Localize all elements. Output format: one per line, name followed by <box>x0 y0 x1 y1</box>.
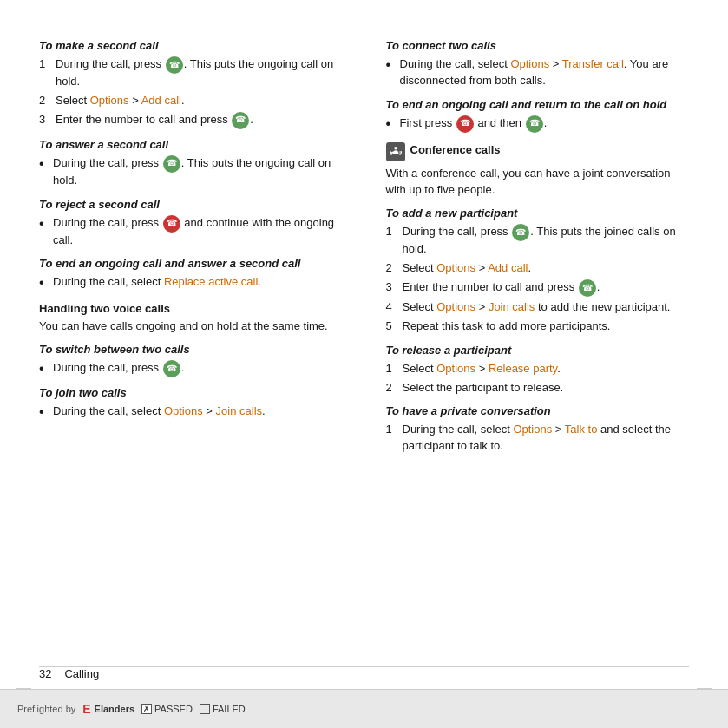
green-phone-icon: ☎ <box>579 279 596 297</box>
step-num: 1 <box>386 361 398 377</box>
step-1: 1 During the call, press ☎. This puts th… <box>386 224 690 258</box>
failed-label: FAILED <box>213 704 246 714</box>
step-num: 3 <box>39 112 51 129</box>
bullet-symbol: • <box>386 56 395 89</box>
bullet-symbol: • <box>39 155 48 189</box>
step-1: 1 During the call, select Options > Talk… <box>386 422 690 455</box>
step-num: 1 <box>386 224 398 258</box>
bullet-symbol: • <box>39 274 48 291</box>
step-num: 4 <box>386 299 398 316</box>
section-title-add-participant: To add a new participant <box>386 207 690 220</box>
bullet-item: • During the call, select Options > Join… <box>39 403 343 420</box>
options-link: Options <box>513 423 552 436</box>
bullet-item: • First press ☎ and then ☎. <box>386 115 690 133</box>
end-return-bullets: • First press ☎ and then ☎. <box>386 115 690 133</box>
green-phone-icon: ☎ <box>512 224 529 241</box>
add-call-link: Add call <box>141 94 181 107</box>
passed-label: PASSED <box>154 704 193 714</box>
passed-checkbox-box: ✗ <box>141 704 152 714</box>
bullet-item: • During the call, press ☎ and continue … <box>39 215 343 249</box>
bullet-text: During the call, select Options > Transf… <box>400 56 690 89</box>
bullet-text: First press ☎ and then ☎. <box>400 115 548 133</box>
content-area: To make a second call 1 During the call,… <box>39 39 689 667</box>
red-phone-icon: ☎ <box>456 115 474 133</box>
options-link: Options <box>436 261 475 274</box>
step-text: Select Options > Add call. <box>56 93 185 109</box>
step-2: 2 Select Options > Add call. <box>39 93 343 109</box>
add-participant-steps: 1 During the call, press ☎. This puts th… <box>386 224 690 334</box>
step-1: 1 Select Options > Release party. <box>386 361 690 377</box>
step-num: 2 <box>386 260 398 277</box>
options-link: Options <box>164 404 203 417</box>
left-column: To make a second call 1 During the call,… <box>39 39 351 667</box>
step-text: During the call, press ☎. This puts the … <box>56 56 343 90</box>
reject-second-bullets: • During the call, press ☎ and continue … <box>39 215 343 249</box>
green-phone-icon: ☎ <box>232 112 249 129</box>
step-text: Repeat this task to add more participant… <box>403 318 611 335</box>
join-calls-link: Join calls <box>216 404 262 417</box>
options-link: Options <box>436 300 475 313</box>
section-title-make-second-call: To make a second call <box>39 39 343 52</box>
conference-heading: Conference calls <box>410 143 501 156</box>
green-phone-icon: ☎ <box>526 115 543 133</box>
talk-to-link: Talk to <box>565 423 598 436</box>
section-title-end-answer: To end an ongoing call and answer a seco… <box>39 257 343 270</box>
green-phone-icon: ☎ <box>166 56 183 74</box>
step-num: 1 <box>386 422 398 455</box>
options-link: Options <box>510 57 549 70</box>
elanders-e-icon: E <box>82 702 90 716</box>
step-text: Select Options > Join calls to add the n… <box>403 299 671 316</box>
step-text: Select the participant to release. <box>403 380 564 397</box>
conference-header: Conference calls <box>386 141 690 161</box>
switch-bullets: • During the call, press ☎. <box>39 360 343 377</box>
bullet-symbol: • <box>39 215 48 249</box>
step-text: Select Options > Release party. <box>403 361 561 377</box>
section-title-reject-second: To reject a second call <box>39 198 343 211</box>
failed-checkbox: FAILED <box>200 704 246 714</box>
private-steps: 1 During the call, select Options > Talk… <box>386 422 690 455</box>
preflight-text: Preflighted by <box>17 704 75 714</box>
page-number-area: 32 Calling <box>39 667 99 680</box>
make-second-call-steps: 1 During the call, press ☎. This puts th… <box>39 56 343 129</box>
green-phone-icon: ☎ <box>163 155 180 173</box>
page: To make a second call 1 During the call,… <box>0 0 728 728</box>
bullet-text: During the call, press ☎. <box>53 360 184 377</box>
bullet-text: During the call, press ☎ and continue wi… <box>53 215 343 249</box>
section-title-connect-two: To connect two calls <box>386 39 690 52</box>
step-text: During the call, press ☎. This puts the … <box>403 224 690 258</box>
corner-mark-tl <box>16 16 31 31</box>
divider-line <box>39 666 689 667</box>
transfer-call-link: Transfer call <box>562 57 624 70</box>
section-title-release: To release a participant <box>386 344 690 357</box>
bullet-item: • During the call, press ☎. <box>39 360 343 377</box>
passed-checkbox: ✗ PASSED <box>141 704 193 714</box>
connect-two-bullets: • During the call, select Options > Tran… <box>386 56 690 89</box>
options-link: Options <box>90 94 129 107</box>
step-num: 2 <box>386 380 398 397</box>
step-num: 5 <box>386 318 398 335</box>
corner-mark-tr <box>697 16 712 31</box>
footer: Preflighted by E Elanders ✗ PASSED FAILE… <box>0 689 728 728</box>
right-column: To connect two calls • During the call, … <box>377 39 690 667</box>
step-num: 2 <box>39 93 51 109</box>
step-text: Enter the number to call and press ☎. <box>56 112 253 129</box>
step-3: 3 Enter the number to call and press ☎. <box>39 112 343 129</box>
step-2: 2 Select Options > Add call. <box>386 260 690 277</box>
handling-two-body: You can have calls ongoing and on hold a… <box>39 318 343 335</box>
bullet-text: During the call, press ☎. This puts the … <box>53 155 343 189</box>
section-title-answer-second: To answer a second call <box>39 138 343 151</box>
bullet-item: • During the call, select Replace active… <box>39 274 343 291</box>
step-3: 3 Enter the number to call and press ☎. <box>386 279 690 297</box>
section-title-end-return: To end an ongoing call and return to the… <box>386 98 690 111</box>
bullet-item: • During the call, press ☎. This puts th… <box>39 155 343 189</box>
join-two-bullets: • During the call, select Options > Join… <box>39 403 343 420</box>
conference-svg <box>390 146 402 158</box>
failed-checkbox-box <box>200 704 210 714</box>
corner-mark-br <box>697 673 712 689</box>
release-party-link: Release party <box>489 362 557 375</box>
step-text: Select Options > Add call. <box>403 260 532 277</box>
options-link: Options <box>436 362 475 375</box>
replace-active-link: Replace active call <box>164 275 258 288</box>
add-call-link: Add call <box>488 261 528 274</box>
brand-name: Elanders <box>95 704 134 714</box>
